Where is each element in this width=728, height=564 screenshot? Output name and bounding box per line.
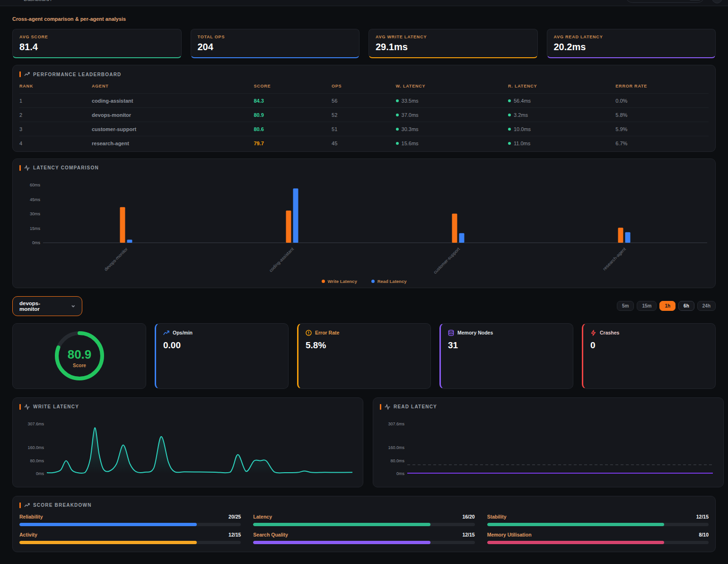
time-range-button-1h[interactable]: 1h xyxy=(659,301,675,311)
svg-text:45ms: 45ms xyxy=(30,197,41,202)
cell-rank: 1 xyxy=(19,94,92,108)
cell-rl: 11.0ms xyxy=(508,136,615,150)
stat-card: TOTAL OPS204 xyxy=(191,29,360,58)
search-input[interactable] xyxy=(626,0,704,3)
svg-text:coding-assistant: coding-assistant xyxy=(268,246,295,273)
breakdown-item-value: 12/15 xyxy=(696,514,709,520)
stat-card-value: 20.2ms xyxy=(554,42,709,53)
trend-up-icon xyxy=(24,502,30,508)
breakdown-item-label: Memory Utilisation xyxy=(487,532,532,538)
cell-ops: 56 xyxy=(332,94,396,108)
cell-er: 6.7% xyxy=(615,136,709,150)
cell-score: 80.6 xyxy=(254,122,332,136)
latency-dot-icon xyxy=(508,114,511,116)
stat-card-value: 29.1ms xyxy=(376,42,531,53)
breakdown-item-row: Activity12/15 xyxy=(19,532,241,538)
score-breakdown-card: SCORE BREAKDOWN Reliability20/25Latency1… xyxy=(12,496,716,552)
time-range-button-5m[interactable]: 5m xyxy=(617,301,634,311)
breakdown-item-activity: Activity12/15 xyxy=(19,532,241,544)
database-icon xyxy=(448,330,454,336)
page-title: Cross-agent comparison & per-agent analy… xyxy=(12,16,716,22)
write-latency-chart: 307.6ms160.0ms80.0ms0ms xyxy=(19,410,356,481)
read-latency-title: READ LATENCY xyxy=(394,404,437,409)
breakdown-item-memory-utilisation: Memory Utilisation8/10 xyxy=(487,532,709,544)
latency-comparison-bar-chart: 0ms15ms30ms45ms60msdevops-monitorcoding-… xyxy=(19,171,710,276)
time-range-button-15m[interactable]: 15m xyxy=(637,301,657,311)
svg-text:devops-monitor: devops-monitor xyxy=(103,246,129,272)
metric-cards-row: 80.9 Score Ops/min0.00Error Rate5.8%Memo… xyxy=(12,323,716,389)
breakdown-item-latency: Latency16/20 xyxy=(253,514,474,526)
legend-item: Write Latency xyxy=(322,279,357,284)
metric-card-head: Memory Nodes xyxy=(448,330,566,336)
accent-bar xyxy=(19,71,21,77)
metric-card-label: Ops/min xyxy=(173,330,193,335)
cell-score: 84.3 xyxy=(254,94,332,108)
leaderboard-title: PERFORMANCE LEADERBOARD xyxy=(33,72,122,77)
metric-card-head: Ops/min xyxy=(163,330,281,336)
score-gauge: 80.9 Score xyxy=(52,328,107,383)
breakdown-item-value: 20/25 xyxy=(228,514,241,520)
legend-dot-icon xyxy=(371,280,375,283)
score-breakdown-grid: Reliability20/25Latency16/20Stability12/… xyxy=(19,514,709,544)
svg-text:80.0ms: 80.0ms xyxy=(30,458,44,463)
read-latency-chart: 307.6ms160.0ms80.0ms0ms xyxy=(380,410,717,481)
latency-dot-icon xyxy=(396,114,399,116)
breakdown-progress-track xyxy=(487,523,709,526)
cell-rl: 3.2ms xyxy=(508,108,615,122)
column-header: SCORE xyxy=(254,77,332,94)
keyboard-shortcut-badge xyxy=(689,0,701,0)
stat-card: AVG READ LATENCY20.2ms xyxy=(547,29,716,58)
cell-agent: customer-support xyxy=(92,122,254,136)
cell-wl: 15.6ms xyxy=(396,136,508,150)
stat-card: AVG SCORE81.4 xyxy=(12,29,182,58)
table-row[interactable]: 1coding-assistant84.35633.5ms56.4ms0.0% xyxy=(19,94,709,108)
time-range-button-24h[interactable]: 24h xyxy=(697,301,716,311)
breakdown-progress-fill xyxy=(487,541,665,544)
breakdown-item-row: Memory Utilisation8/10 xyxy=(487,532,709,538)
metric-card-value: 31 xyxy=(448,340,566,351)
breakdown-progress-track xyxy=(19,523,241,526)
latency-dot-icon xyxy=(396,142,399,145)
table-row[interactable]: 3customer-support80.65130.3ms10.0ms5.9% xyxy=(19,122,709,136)
cell-wl: 30.3ms xyxy=(396,122,508,136)
performance-leaderboard-card: PERFORMANCE LEADERBOARD RANKAGENTSCOREOP… xyxy=(12,65,716,152)
svg-text:80.0ms: 80.0ms xyxy=(390,458,404,463)
svg-text:research-agent: research-agent xyxy=(602,246,627,271)
latency-dot-icon xyxy=(396,128,399,131)
table-row[interactable]: 4research-agent79.74515.6ms11.0ms6.7% xyxy=(19,136,709,150)
svg-text:60ms: 60ms xyxy=(30,183,41,187)
latency-dot-icon xyxy=(508,128,511,131)
breadcrumb: Dashboard / xyxy=(24,0,52,2)
score-gauge-card: 80.9 Score xyxy=(12,323,146,389)
latency-comparison-card: LATENCY COMPARISON 0ms15ms30ms45ms60msde… xyxy=(12,159,716,288)
cell-score: 80.9 xyxy=(254,108,332,122)
cell-ops: 52 xyxy=(332,108,396,122)
stat-card-label: AVG READ LATENCY xyxy=(554,35,709,39)
breakdown-item-label: Stability xyxy=(487,514,507,520)
avatar[interactable] xyxy=(712,0,722,3)
breakdown-progress-track xyxy=(19,541,241,544)
stat-cards-row: AVG SCORE81.4TOTAL OPS204AVG WRITE LATEN… xyxy=(12,29,716,58)
accent-bar xyxy=(19,165,21,171)
metric-card-label: Error Rate xyxy=(315,330,339,335)
breakdown-progress-fill xyxy=(253,523,430,526)
cell-agent: devops-monitor xyxy=(92,108,254,122)
table-row[interactable]: 2devops-monitor80.95237.0ms3.2ms5.8% xyxy=(19,108,709,122)
legend-label: Read Latency xyxy=(377,279,407,284)
breakdown-progress-track xyxy=(487,541,709,544)
metric-card-head: Error Rate xyxy=(306,330,423,336)
agent-select[interactable]: devops-monitor xyxy=(12,296,82,316)
time-range-button-6h[interactable]: 6h xyxy=(678,301,694,311)
cell-score: 79.7 xyxy=(254,136,332,150)
cell-ops: 51 xyxy=(332,122,396,136)
column-header: R. LATENCY xyxy=(508,77,615,94)
svg-text:160.0ms: 160.0ms xyxy=(388,445,404,450)
svg-text:15ms: 15ms xyxy=(30,226,41,230)
cell-rank: 3 xyxy=(19,122,92,136)
stat-card-label: TOTAL OPS xyxy=(198,35,353,39)
breakdown-item-value: 12/15 xyxy=(228,532,241,538)
svg-text:307.6ms: 307.6ms xyxy=(27,422,44,426)
breakdown-progress-fill xyxy=(487,523,665,526)
cell-agent: coding-assistant xyxy=(92,94,254,108)
svg-text:0ms: 0ms xyxy=(36,471,44,476)
